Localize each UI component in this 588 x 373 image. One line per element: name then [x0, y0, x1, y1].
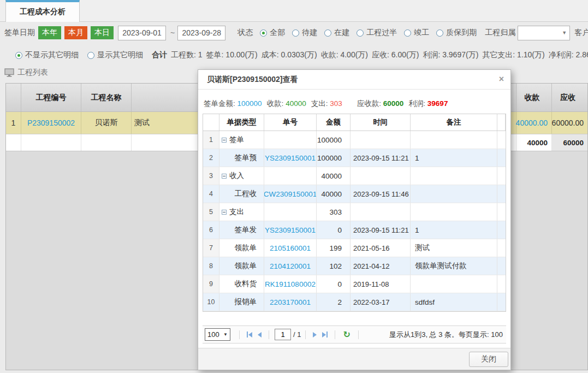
- next-page-icon[interactable]: [313, 332, 317, 338]
- sign-date-label: 签单日期: [4, 28, 35, 38]
- doc-no-link[interactable]: YS2309150001: [265, 154, 316, 162]
- dialog-footer: 关闭: [198, 348, 510, 370]
- stat-net-profit: 净利润: 2.8697(万): [549, 50, 588, 60]
- header-project-name[interactable]: 工程名称: [81, 84, 132, 111]
- page-total: / 1: [293, 330, 301, 339]
- received-amount-link[interactable]: 40000.00: [516, 119, 548, 127]
- section-title: 工程列表: [17, 68, 48, 78]
- radio-icon: [436, 29, 443, 37]
- doc-no-link[interactable]: CW2309150001: [264, 190, 317, 198]
- total-label: 合计: [152, 50, 167, 59]
- refresh-icon[interactable]: ↻: [343, 329, 350, 340]
- table-row[interactable]: 7 领款单 2105160001 199 2021-05-16 测试: [203, 239, 506, 257]
- stat-other-expense: 其它支出: 1.10(万): [482, 50, 544, 60]
- hide-other-details-radio[interactable]: 不显示其它明细: [15, 50, 79, 60]
- doc-no-link[interactable]: 2105160001: [270, 244, 311, 252]
- radio-icon: [260, 29, 267, 37]
- first-page-icon[interactable]: [247, 331, 252, 338]
- chevron-down-icon: ▼: [223, 332, 228, 337]
- receivable-value: 60000: [383, 99, 404, 108]
- table-row[interactable]: 10 报销单 2203170001 2 2022-03-17 sdfdsf: [203, 293, 506, 311]
- show-other-details-radio[interactable]: 显示其它明细: [87, 50, 143, 60]
- table-row[interactable]: 4 工程收 CW2309150001 40000 2023-09-15 11:4…: [203, 185, 506, 203]
- table-row[interactable]: 6 签单发 YS2309150001 0 2023-09-15 11:21 1: [203, 221, 506, 239]
- header-receivable[interactable]: 应收: [552, 84, 587, 111]
- dialog-title: 贝诺斯[P2309150002]查看: [207, 75, 298, 85]
- table-row[interactable]: 2 签单预 YS2309150001 100000 2023-09-15 11:…: [203, 149, 506, 167]
- stat-receivable: 应收: 6.00(万): [372, 50, 419, 60]
- customer-label: 客户: [574, 28, 588, 38]
- sign-amount-value: 100000: [237, 99, 262, 108]
- last-page-icon[interactable]: [322, 331, 328, 338]
- header-rownum: [6, 84, 21, 111]
- radio-icon: [87, 52, 94, 59]
- table-row[interactable]: 8 领款单 2104120001 102 2021-04-12 领款单测试付款: [203, 257, 506, 275]
- table-row[interactable]: 3 收入 40000: [203, 167, 506, 185]
- status-radio-halfway[interactable]: 工程过半: [357, 28, 397, 38]
- header-amount[interactable]: 金额: [317, 114, 351, 131]
- doc-no-link[interactable]: 2203170001: [270, 298, 311, 306]
- today-button[interactable]: 本日: [91, 26, 114, 39]
- date-range-separator: ~: [170, 28, 175, 37]
- document-table: 单据类型 单号 金额 时间 备注 1 签单 100000 2 签单预 YS230…: [203, 114, 506, 312]
- radio-icon: [15, 52, 22, 59]
- project-owner-select[interactable]: ▼: [518, 26, 570, 40]
- receivable-label: 应收款:: [357, 99, 381, 108]
- project-name-cell: 贝诺斯: [81, 112, 132, 134]
- filter-bar: 签单日期 本年 本月 本日 ~ 状态 全部 待建 在建 工程过半 竣工 质保到期…: [0, 24, 588, 42]
- collapse-icon[interactable]: [222, 138, 227, 143]
- header-received[interactable]: 收款: [516, 84, 552, 111]
- expense-value: 303: [330, 99, 342, 108]
- prev-page-icon[interactable]: [258, 332, 262, 338]
- status-radio-inprogress[interactable]: 在建: [324, 28, 349, 38]
- document-table-header: 单据类型 单号 金额 时间 备注: [203, 114, 506, 131]
- stat-profit: 利润: 3.9697(万): [423, 50, 478, 60]
- page-number-input[interactable]: [275, 329, 291, 340]
- expense-label: 支出:: [311, 99, 328, 108]
- project-code-link[interactable]: P2309150002: [27, 119, 75, 127]
- collapse-icon[interactable]: [222, 210, 227, 215]
- monitor-icon: [4, 68, 14, 77]
- chevron-down-icon: ▼: [562, 30, 567, 35]
- project-owner-label: 工程归属: [485, 28, 515, 38]
- stat-signed: 签单: 10.00(万): [206, 50, 258, 60]
- dialog-summary: 签单金额: 100000 收款: 40000 支出: 303 应收款: 6000…: [198, 90, 510, 114]
- this-year-button[interactable]: 本年: [38, 26, 61, 39]
- header-note[interactable]: 备注: [411, 114, 497, 131]
- date-from-input[interactable]: [118, 26, 166, 40]
- radio-icon: [404, 29, 411, 37]
- table-row[interactable]: 1 签单 100000: [203, 131, 506, 149]
- doc-no-link[interactable]: YS2309150001: [265, 226, 316, 234]
- project-list-section-header: 工程列表: [4, 68, 48, 78]
- page-size-select[interactable]: 100 ▼: [205, 328, 230, 341]
- status-radio-warranty-due[interactable]: 质保到期: [436, 28, 477, 38]
- status-radio-all[interactable]: 全部: [260, 28, 285, 38]
- doc-no-link[interactable]: 2104120001: [270, 262, 311, 270]
- app-window: 工程成本分析 签单日期 本年 本月 本日 ~ 状态 全部 待建 在建 工程过半 …: [0, 0, 588, 373]
- close-icon[interactable]: ×: [499, 75, 504, 84]
- totals-bar: 不显示其它明细 显示其它明细 合计 工程数: 1 签单: 10.00(万) 成本…: [0, 48, 588, 62]
- total-received-cell: 40000: [516, 134, 552, 151]
- status-radio-pending[interactable]: 待建: [292, 28, 317, 38]
- stat-project-count: 工程数: 1: [171, 50, 203, 60]
- profit-label: 利润:: [408, 99, 425, 108]
- header-time[interactable]: 时间: [351, 114, 411, 131]
- header-project-code[interactable]: 工程编号: [21, 84, 81, 111]
- table-row[interactable]: 5 支出 303: [203, 203, 506, 221]
- date-to-input[interactable]: [177, 26, 225, 40]
- table-row[interactable]: 9 收料货 RK1911080002 0 2019-11-08: [203, 275, 506, 293]
- dialog-titlebar: 贝诺斯[P2309150002]查看: [198, 70, 510, 90]
- this-month-button[interactable]: 本月: [64, 26, 87, 39]
- collapse-icon[interactable]: [222, 174, 227, 179]
- close-button[interactable]: 关闭: [469, 352, 508, 367]
- tab-project-cost-analysis[interactable]: 工程成本分析: [5, 0, 80, 22]
- doc-no-link[interactable]: RK1911080002: [265, 280, 316, 288]
- row-index: 1: [6, 112, 21, 134]
- status-radio-completed[interactable]: 竣工: [404, 28, 429, 38]
- receivable-amount-cell: 60000.00: [552, 112, 587, 134]
- profit-value: 39697: [427, 99, 448, 108]
- project-detail-dialog: 贝诺斯[P2309150002]查看 × 签单金额: 100000 收款: 40…: [198, 69, 511, 370]
- header-doc-no[interactable]: 单号: [264, 114, 317, 131]
- header-doc-type[interactable]: 单据类型: [219, 114, 264, 131]
- pagination-bar: 100 ▼ / 1 ↻ 显示从1到3, 总 3 条。每页显示: 100: [203, 325, 506, 344]
